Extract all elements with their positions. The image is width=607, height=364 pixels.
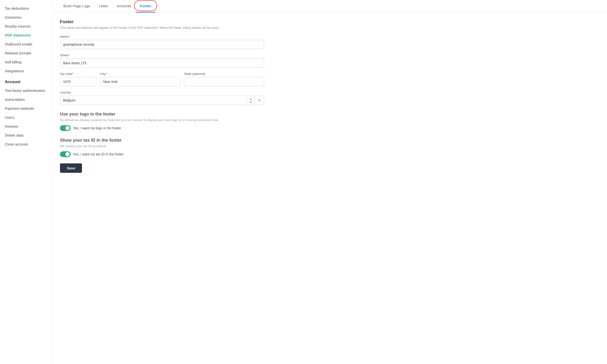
logo-toggle-thumb xyxy=(65,126,70,130)
sidebar-item-users[interactable]: Users xyxy=(0,113,53,122)
logo-toggle-label: Yes, I want my logo in the footer xyxy=(73,126,121,130)
save-button[interactable]: Save xyxy=(60,163,82,173)
tabs-bar: Book Page Logo Letter Amounts Footer xyxy=(53,0,607,13)
tab-letter[interactable]: Letter xyxy=(94,0,112,13)
tax-id-toggle-thumb xyxy=(65,152,70,156)
country-select[interactable]: Belgium France Germany United States Uni… xyxy=(60,96,247,105)
tab-footer[interactable]: Footer xyxy=(136,0,156,13)
logo-section-title: Use your logo in the footer xyxy=(60,112,264,117)
city-col: City* xyxy=(100,72,180,86)
section-description: This name and address will appear in the… xyxy=(60,26,264,29)
logo-section-desc: By default we display powered by Eddy bu… xyxy=(60,118,264,122)
state-col: State (optional) xyxy=(184,72,264,86)
sidebar-item-self-billing[interactable]: Self billing xyxy=(0,58,53,66)
zip-col: Zip code* xyxy=(60,72,96,86)
sidebar-item-outbound-emails[interactable]: Outbound emails xyxy=(0,40,53,49)
city-input[interactable] xyxy=(100,77,180,86)
main-content: Book Page Logo Letter Amounts Footer Foo… xyxy=(53,0,607,364)
sidebar-item-geozones[interactable]: Geozones xyxy=(0,13,53,22)
zip-city-state-row: Zip code* City* State (optional) xyxy=(60,72,264,86)
tax-id-toggle[interactable] xyxy=(60,151,71,157)
tax-id-footer-section: Show your tax ID in the footer We displa… xyxy=(60,138,264,157)
sidebar-item-integrations[interactable]: Integrations xyxy=(0,66,53,75)
section-title: Footer xyxy=(60,19,264,25)
country-wrapper: Belgium France Germany United States Uni… xyxy=(60,96,264,105)
tax-id-toggle-row: Yes, I want my tax ID in the footer xyxy=(60,151,264,157)
sidebar-item-tax-deductions[interactable]: Tax deductions xyxy=(0,4,53,13)
sidebar: Tax deductions Geozones Royalty sources … xyxy=(0,0,53,364)
street-input[interactable] xyxy=(60,58,264,68)
name-input[interactable] xyxy=(60,40,264,49)
zip-input[interactable] xyxy=(60,77,96,86)
account-section-header: Account xyxy=(0,75,53,86)
city-label: City* xyxy=(100,72,180,76)
name-label: Name* xyxy=(60,35,264,39)
country-field-group: Country Belgium France Germany United St… xyxy=(60,91,264,105)
sidebar-item-subscription[interactable]: Subscription xyxy=(0,95,53,104)
logo-toggle-row: Yes, I want my logo in the footer xyxy=(60,125,264,131)
sidebar-item-royalty-sources[interactable]: Royalty sources xyxy=(0,22,53,31)
logo-toggle[interactable] xyxy=(60,125,71,131)
zip-label: Zip code* xyxy=(60,72,96,76)
sidebar-item-two-factor[interactable]: Two-factor authentication xyxy=(0,86,53,95)
country-label: Country xyxy=(60,91,264,94)
street-label: Street* xyxy=(60,53,264,57)
tax-id-section-title: Show your tax ID in the footer xyxy=(60,138,264,143)
sidebar-item-close-account[interactable]: Close account xyxy=(0,140,53,149)
state-label: State (optional) xyxy=(184,72,264,76)
sidebar-item-invoices[interactable]: Invoices xyxy=(0,122,53,131)
sidebar-item-payment-methods[interactable]: Payment methods xyxy=(0,104,53,113)
logo-footer-section: Use your logo in the footer By default w… xyxy=(60,112,264,131)
street-field-group: Street* xyxy=(60,53,264,68)
country-arrows-icon[interactable]: ▲ ▼ xyxy=(247,96,255,105)
sidebar-item-release-formats[interactable]: Release formats xyxy=(0,49,53,58)
name-field-group: Name* xyxy=(60,35,264,49)
tax-id-toggle-label: Yes, I want my tax ID in the footer xyxy=(73,152,124,156)
tab-amounts[interactable]: Amounts xyxy=(112,0,135,13)
sidebar-item-pdf-statement[interactable]: PDF Statement xyxy=(0,31,53,40)
tax-id-section-desc: We display your tax ID by default. xyxy=(60,144,264,148)
sidebar-item-delete-data[interactable]: Delete data xyxy=(0,131,53,140)
tab-book-page-logo[interactable]: Book Page Logo xyxy=(59,0,94,13)
state-input[interactable] xyxy=(184,77,264,86)
footer-content: Footer This name and address will appear… xyxy=(53,13,271,180)
country-clear-button[interactable]: ✕ xyxy=(255,96,264,105)
